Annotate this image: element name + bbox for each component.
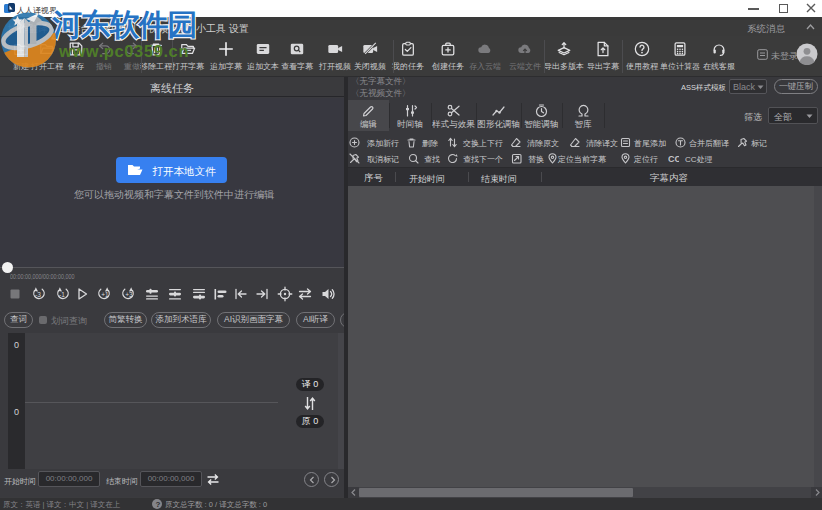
svg-text:+1: +1: [101, 291, 109, 298]
svg-text:CC: CC: [668, 154, 679, 164]
svg-text:-1: -1: [59, 291, 65, 298]
svg-text:+3: +3: [125, 291, 133, 298]
svg-text:-3: -3: [35, 291, 41, 298]
